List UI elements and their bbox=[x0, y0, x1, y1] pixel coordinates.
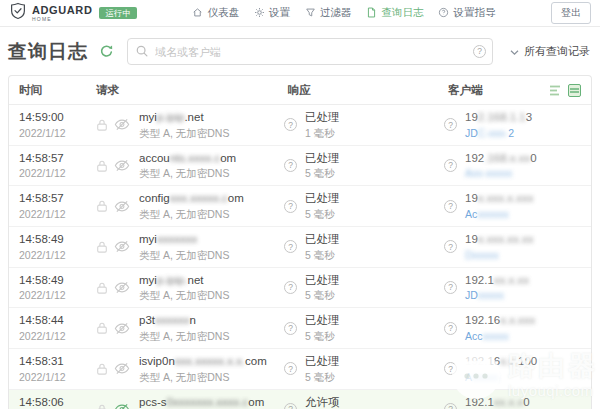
table-row[interactable]: 14:58:49 2022/1/12 myixxxxxxx 类型 A, 无加密D… bbox=[9, 227, 591, 268]
client-name-link[interactable]: Dxxxxx bbox=[465, 248, 533, 262]
blurred-text: xxxxxx bbox=[155, 314, 190, 326]
response-cell: ? 已处理 5 毫秒 bbox=[282, 313, 440, 343]
date-value: 2022/1/12 bbox=[19, 126, 96, 140]
response-status: 已处理 bbox=[305, 313, 340, 329]
table-row[interactable]: 14:58:49 2022/1/12 myip.ipip.net 类型 A, 无… bbox=[9, 268, 591, 309]
time-cell: 14:58:06 2022/1/12 bbox=[19, 390, 96, 409]
nav-label: 过滤器 bbox=[320, 6, 352, 20]
blurred-text: Dxxxxx bbox=[465, 249, 499, 261]
client-name-link[interactable]: JDC-xxx-2 bbox=[465, 126, 532, 140]
request-cell: myip.ipip.net 类型 A, 无加密DNS bbox=[96, 110, 282, 140]
file-icon bbox=[366, 7, 377, 20]
nav-item-setup-guide[interactable]: 设置指导 bbox=[438, 6, 495, 20]
client-help-icon: ? bbox=[444, 362, 457, 375]
response-status: 允许项 bbox=[305, 395, 340, 409]
eye-slash-icon bbox=[114, 362, 130, 375]
query-filter-dropdown[interactable]: 所有查询记录 bbox=[510, 44, 592, 59]
logout-button[interactable]: 登出 bbox=[551, 2, 591, 24]
domain-text: p3txxxxxxn bbox=[139, 313, 229, 329]
nav-item-query-log[interactable]: 查询日志 bbox=[366, 6, 423, 20]
shield-check-icon bbox=[9, 2, 27, 24]
time-value: 14:58:44 bbox=[19, 313, 96, 329]
nav-item-settings[interactable]: 设置 bbox=[254, 6, 290, 20]
table-row[interactable]: 14:58:57 2022/1/12 accounts.xxxx.com 类型 … bbox=[9, 146, 591, 187]
time-value: 14:58:49 bbox=[19, 273, 96, 289]
client-help-icon: ? bbox=[444, 322, 457, 335]
table-row[interactable]: 14:58:44 2022/1/12 p3txxxxxxn 类型 A, 无加密D… bbox=[9, 308, 591, 349]
response-detail: 5 毫秒 bbox=[305, 288, 340, 302]
response-status: 已处理 bbox=[305, 232, 340, 248]
time-value: 14:58:57 bbox=[19, 191, 96, 207]
request-cell: myixxxxxxx 类型 A, 无加密DNS bbox=[96, 232, 282, 262]
client-ip: 192.1xx.x.xx bbox=[465, 273, 529, 289]
lock-icon bbox=[96, 199, 108, 213]
time-cell: 14:58:44 2022/1/12 bbox=[19, 308, 96, 348]
blurred-text: xx.x.xx bbox=[494, 274, 529, 286]
eye-slash-icon bbox=[114, 118, 130, 131]
client-help-icon: ? bbox=[444, 240, 457, 253]
query-type: 类型 A, 无加密DNS bbox=[139, 288, 229, 302]
eye-slash-icon bbox=[114, 281, 130, 294]
client-help-icon: ? bbox=[444, 281, 457, 294]
blurred-text: x.xxx.xx.xx bbox=[478, 233, 534, 245]
response-help-icon: ? bbox=[284, 200, 297, 213]
search-help-icon: ? bbox=[473, 45, 486, 58]
client-ip: 192.16x.x.100 bbox=[465, 354, 537, 370]
response-help-icon: ? bbox=[284, 159, 297, 172]
blurred-text: xxxxx bbox=[472, 371, 498, 383]
client-cell: ? 192.16x.x.xxx Accxxxxx bbox=[440, 313, 581, 343]
brand-logo[interactable]: ADGUARD HOME bbox=[9, 2, 92, 24]
eye-slash-icon bbox=[114, 322, 130, 335]
question-icon bbox=[438, 7, 449, 20]
client-name-link[interactable]: Acxxxxxx bbox=[465, 207, 533, 221]
response-help-icon: ? bbox=[284, 403, 297, 409]
lock-icon bbox=[96, 403, 108, 409]
nav-label: 查询日志 bbox=[381, 6, 423, 20]
response-status: 已处理 bbox=[305, 191, 340, 207]
query-type: 类型 A, 无加密DNS bbox=[139, 329, 229, 343]
blurred-text: Axx-xxxxx bbox=[465, 167, 512, 179]
blurred-text: x.x. bbox=[500, 355, 518, 367]
client-help-icon: ? bbox=[444, 200, 457, 213]
domain-text: myip.ipip.net bbox=[139, 110, 229, 126]
adguard-home-app: ADGUARD HOME 运行中 仪表盘 设置 过滤器 查询日志 bbox=[0, 0, 600, 409]
lock-icon bbox=[96, 362, 108, 376]
client-name-link[interactable]: Accxxxxx bbox=[465, 329, 535, 343]
client-name-link[interactable]: Axx-xxxxx bbox=[465, 166, 537, 180]
table-view-icon[interactable] bbox=[568, 84, 581, 97]
eye-slash-icon bbox=[114, 200, 130, 213]
response-cell: ? 已处理 5 毫秒 bbox=[282, 273, 440, 303]
refresh-icon[interactable] bbox=[99, 44, 114, 59]
search-icon bbox=[135, 44, 149, 62]
time-cell: 14:58:49 2022/1/12 bbox=[19, 227, 96, 267]
list-view-icon[interactable] bbox=[549, 84, 562, 97]
client-help-icon: ? bbox=[444, 118, 457, 131]
client-name-link[interactable]: JDxxxxx bbox=[465, 288, 529, 302]
date-value: 2022/1/12 bbox=[19, 207, 96, 221]
search-input[interactable] bbox=[127, 38, 493, 65]
table-row[interactable]: 14:59:00 2022/1/12 myip.ipip.net 类型 A, 无… bbox=[9, 105, 591, 146]
blurred-text: xxx.xxxxx.c bbox=[170, 192, 228, 204]
date-value: 2022/1/12 bbox=[19, 288, 96, 302]
date-value: 2022/1/12 bbox=[19, 370, 96, 384]
client-cell: ? 192.1xx.x.x0 AnxxxxG bbox=[440, 395, 581, 409]
blurred-text: C-xxx- bbox=[478, 127, 508, 139]
blurred-text: xxxxxx bbox=[477, 208, 509, 220]
table-row[interactable]: 14:58:57 2022/1/12 configxxx.xxxxx.com 类… bbox=[9, 186, 591, 227]
lock-icon bbox=[96, 118, 108, 132]
client-help-icon: ? bbox=[444, 403, 457, 409]
status-badge: 运行中 bbox=[99, 7, 137, 20]
table-row[interactable]: 14:58:06 2022/1/12 pcs-s0xxxxxxx.xxxx.co… bbox=[9, 390, 591, 409]
table-row[interactable]: 14:58:31 2022/1/12 isvip0nxxx.xxxxx.x.x.… bbox=[9, 349, 591, 390]
nav-item-filters[interactable]: 过滤器 bbox=[305, 6, 352, 20]
client-name-link[interactable]: Axxxxx bbox=[465, 370, 537, 384]
query-type: 类型 A, 无加密DNS bbox=[139, 166, 236, 180]
query-type: 类型 A, 无加密DNS bbox=[139, 248, 229, 262]
client-cell: ? 192.168.x.xx0 Axx-xxxxx bbox=[440, 151, 581, 181]
blurred-text: 2.168.1.1 bbox=[478, 111, 526, 123]
top-navbar: ADGUARD HOME 运行中 仪表盘 设置 过滤器 查询日志 bbox=[0, 0, 600, 27]
client-cell: ? 192.168.1.13 JDC-xxx-2 bbox=[440, 110, 581, 140]
nav-item-dashboard[interactable]: 仪表盘 bbox=[192, 6, 239, 20]
page-title: 查询日志 bbox=[8, 39, 88, 65]
blurred-text: p.ipip bbox=[157, 111, 185, 123]
